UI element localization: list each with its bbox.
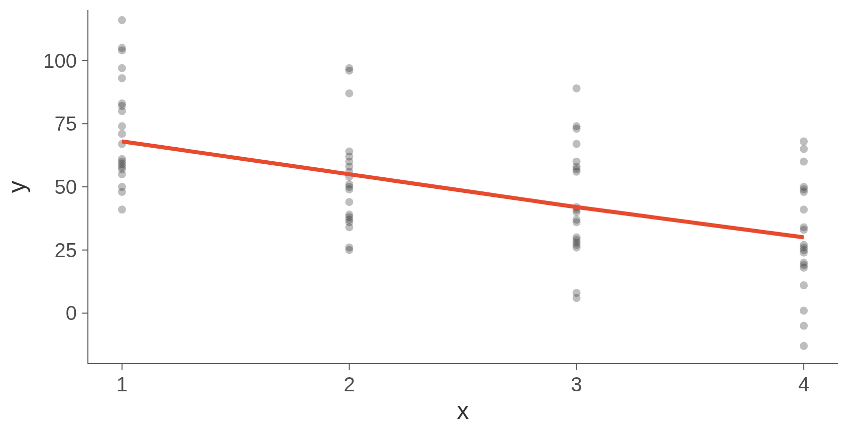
y-tick-label: 50 <box>55 176 77 198</box>
data-point <box>573 140 581 148</box>
data-point <box>118 122 126 130</box>
data-point <box>800 306 808 314</box>
data-point <box>800 226 808 234</box>
y-tick-label: 100 <box>43 50 77 72</box>
data-point <box>118 74 126 82</box>
data-point <box>800 158 808 166</box>
x-axis-title: x <box>457 397 469 424</box>
data-point <box>800 264 808 272</box>
x-tick-label: 3 <box>571 373 582 395</box>
chart-container: 12340255075100 xy <box>0 0 868 434</box>
data-point <box>800 322 808 330</box>
data-point <box>345 223 353 231</box>
y-tick-label: 0 <box>66 302 77 324</box>
x-tick-label: 1 <box>117 373 128 395</box>
scatter-chart: 12340255075100 xy <box>0 0 868 434</box>
data-point <box>345 185 353 193</box>
data-point <box>118 170 126 178</box>
y-tick-label: 75 <box>55 113 77 135</box>
data-point <box>573 168 581 176</box>
data-point <box>573 294 581 302</box>
data-point <box>118 205 126 213</box>
data-point <box>800 137 808 145</box>
data-point <box>800 205 808 213</box>
data-point <box>345 89 353 97</box>
data-point <box>345 67 353 75</box>
data-point <box>573 218 581 226</box>
data-point <box>118 64 126 72</box>
data-point <box>118 16 126 24</box>
data-point <box>800 145 808 153</box>
data-point <box>573 84 581 92</box>
data-point <box>573 244 581 252</box>
y-tick-label: 25 <box>55 239 77 261</box>
y-axis-title: y <box>4 181 30 193</box>
trend-line <box>122 141 804 237</box>
data-point <box>800 281 808 289</box>
data-point <box>573 125 581 133</box>
data-point <box>118 107 126 115</box>
data-point <box>118 188 126 196</box>
data-point <box>800 249 808 257</box>
data-point <box>118 130 126 138</box>
data-point <box>800 188 808 196</box>
x-tick-label: 2 <box>344 373 355 395</box>
data-point <box>345 246 353 254</box>
data-point <box>345 198 353 206</box>
data-point <box>800 342 808 350</box>
x-tick-label: 4 <box>798 373 809 395</box>
data-point <box>118 46 126 54</box>
